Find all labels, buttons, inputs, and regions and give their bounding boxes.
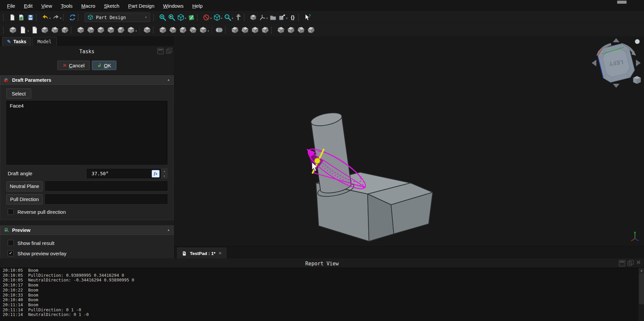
nav-right-triangle[interactable] bbox=[636, 60, 641, 66]
ok-button[interactable]: ↲ OK bbox=[92, 61, 116, 70]
primitive-dropdown-chevron[interactable]: ▾ bbox=[136, 29, 137, 33]
pull-direction-field[interactable] bbox=[45, 194, 167, 204]
mirrored-button[interactable] bbox=[276, 25, 286, 35]
toolbar-grip[interactable] bbox=[3, 27, 6, 34]
face-list-item[interactable]: Face4 bbox=[7, 101, 167, 110]
menu-tools[interactable]: Tools bbox=[56, 1, 77, 10]
selection-dropdown-chevron[interactable]: ▾ bbox=[221, 17, 222, 20]
additive-pipe-button[interactable] bbox=[106, 25, 116, 35]
show-preview-overlay-checkbox[interactable]: ✓ bbox=[8, 250, 14, 256]
new-document-button[interactable] bbox=[8, 13, 17, 22]
additive-primitive-button[interactable] bbox=[126, 25, 136, 35]
toolbar-grip[interactable] bbox=[153, 27, 156, 34]
document-tab[interactable]: TestPad : 1* × bbox=[177, 248, 226, 259]
menu-file[interactable]: File bbox=[3, 1, 19, 10]
undo-dropdown-chevron[interactable]: ▾ bbox=[49, 17, 51, 20]
revolution-button[interactable] bbox=[86, 25, 96, 35]
toolbar-grip[interactable] bbox=[271, 27, 274, 34]
float-panel-icon[interactable] bbox=[166, 48, 172, 54]
cancel-button[interactable]: ✕ Cancel bbox=[57, 61, 90, 70]
spin-down-button[interactable]: ▼ bbox=[161, 174, 167, 178]
reverse-pull-checkbox[interactable] bbox=[8, 209, 14, 215]
tab-model[interactable]: Model bbox=[32, 37, 56, 46]
toolbar-grip[interactable] bbox=[225, 27, 228, 34]
toolbar-grip[interactable] bbox=[3, 14, 6, 21]
window-control[interactable] bbox=[617, 1, 627, 4]
redo-button[interactable] bbox=[51, 13, 60, 22]
nav-down-triangle[interactable] bbox=[613, 84, 620, 88]
menu-windows[interactable]: Windows bbox=[159, 1, 188, 10]
report-log[interactable]: 20:10:05Boom 20:10:05PullDirection: 0.93… bbox=[0, 268, 644, 321]
isometric-view-button[interactable] bbox=[176, 13, 185, 22]
workbench-selector[interactable]: Part Design ▾ bbox=[85, 13, 150, 22]
nav-mini-cube[interactable] bbox=[633, 76, 641, 84]
dock-panel-icon[interactable] bbox=[157, 48, 164, 54]
collapse-arrow-icon[interactable]: ▲ bbox=[167, 228, 170, 232]
menu-view[interactable]: View bbox=[37, 1, 56, 10]
selection-view-button[interactable] bbox=[212, 13, 221, 22]
spin-up-button[interactable]: ▲ bbox=[161, 169, 167, 173]
draw-style-button[interactable] bbox=[202, 13, 211, 22]
menu-edit[interactable]: Edit bbox=[19, 1, 37, 10]
tab-tasks[interactable]: ✎ Tasks bbox=[2, 37, 31, 46]
cylinder-pad[interactable] bbox=[310, 111, 351, 193]
sync-view-dropdown-chevron[interactable]: ▾ bbox=[232, 17, 233, 20]
toolbar-grip[interactable] bbox=[71, 27, 74, 34]
close-report-icon[interactable]: ✕ bbox=[636, 260, 641, 266]
toolbar-grip[interactable] bbox=[197, 14, 200, 21]
thickness-button[interactable] bbox=[260, 25, 270, 35]
subtractive-loft-button[interactable] bbox=[178, 25, 188, 35]
close-tab-icon[interactable]: × bbox=[218, 251, 222, 256]
pocket-button[interactable] bbox=[142, 25, 152, 35]
nav-left-triangle[interactable] bbox=[592, 60, 596, 66]
view-dropdown-chevron[interactable]: ▾ bbox=[185, 17, 186, 20]
edit-sketch-button[interactable] bbox=[30, 25, 40, 35]
3d-model[interactable] bbox=[174, 36, 644, 246]
shapebinder-button[interactable] bbox=[40, 25, 50, 35]
menu-sketch[interactable]: Sketch bbox=[100, 1, 124, 10]
collapse-arrow-icon[interactable]: ▲ bbox=[167, 78, 170, 81]
axis-dropdown-chevron[interactable]: ▾ bbox=[266, 17, 268, 20]
toolbar-grip[interactable] bbox=[153, 14, 156, 21]
sync-view-button[interactable] bbox=[223, 13, 232, 22]
create-body-button[interactable] bbox=[8, 25, 18, 35]
toolbar-grip[interactable] bbox=[78, 14, 81, 21]
additive-helix-button[interactable] bbox=[116, 25, 126, 35]
toolbar-grip[interactable] bbox=[63, 14, 66, 21]
face-list[interactable]: Face4 bbox=[6, 101, 167, 165]
toolbar-grip[interactable] bbox=[298, 14, 301, 21]
pad-button[interactable] bbox=[75, 25, 86, 35]
menu-macro[interactable]: Macro bbox=[77, 1, 100, 10]
create-sketch-button[interactable] bbox=[18, 25, 28, 35]
draft-parameters-header[interactable]: Draft Parameters ▲ bbox=[0, 75, 174, 85]
draw-style-dropdown-chevron[interactable]: ▾ bbox=[210, 17, 212, 20]
pull-direction-button[interactable]: Pull Direction bbox=[6, 194, 43, 204]
export-dropdown-chevron[interactable]: ▾ bbox=[286, 17, 287, 20]
chamfer-button[interactable] bbox=[240, 25, 250, 35]
part-button[interactable] bbox=[249, 13, 258, 22]
open-document-button[interactable] bbox=[17, 13, 26, 22]
sketch-view-button[interactable] bbox=[187, 13, 196, 22]
subtractive-primitive-dropdown-chevron[interactable]: ▾ bbox=[208, 29, 209, 33]
toolbar-grip[interactable] bbox=[244, 14, 247, 21]
save-button[interactable] bbox=[26, 13, 35, 22]
fit-selection-button[interactable] bbox=[167, 13, 176, 22]
draft-button[interactable] bbox=[250, 25, 260, 35]
fit-all-button[interactable] bbox=[158, 13, 167, 22]
boolean-button[interactable] bbox=[214, 25, 224, 35]
group-button[interactable] bbox=[268, 13, 277, 22]
scrollbar-thumb[interactable] bbox=[639, 273, 644, 304]
draft-angle-input[interactable]: 37.50° fx bbox=[87, 169, 161, 178]
menu-part-design[interactable]: Part Design bbox=[124, 1, 159, 10]
subtractive-pipe-button[interactable] bbox=[188, 25, 198, 35]
show-final-result-checkbox[interactable] bbox=[8, 240, 14, 246]
menu-help[interactable]: Help bbox=[188, 1, 207, 10]
fillet-button[interactable] bbox=[230, 25, 240, 35]
sketch-dropdown-chevron[interactable]: ▾ bbox=[28, 29, 29, 33]
subtractive-primitive-button[interactable] bbox=[198, 25, 208, 35]
select-face-button[interactable]: Select bbox=[6, 88, 31, 99]
undo-button[interactable] bbox=[41, 13, 50, 22]
linear-pattern-button[interactable] bbox=[286, 25, 296, 35]
clone-button[interactable] bbox=[50, 25, 60, 35]
3d-viewport[interactable]: LEFT bbox=[174, 36, 644, 246]
